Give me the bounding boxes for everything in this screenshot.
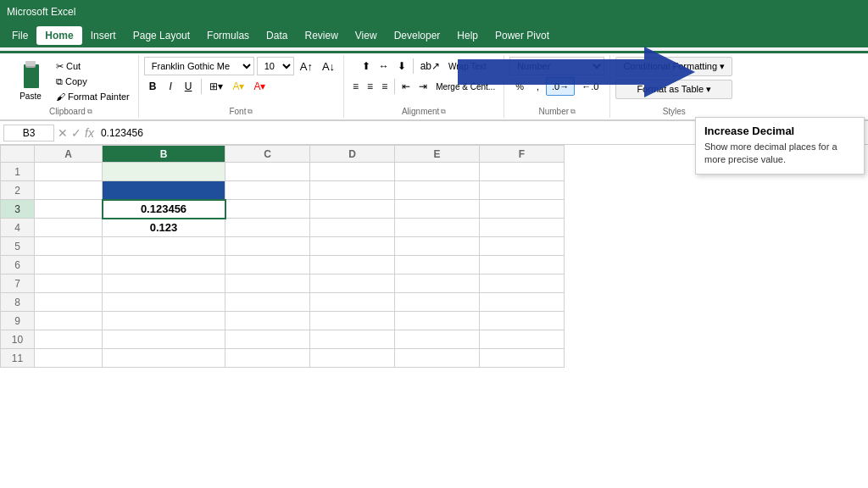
- cell-e7[interactable]: [395, 274, 480, 293]
- orientation-button[interactable]: ab↗: [417, 57, 443, 75]
- cell-d2[interactable]: [310, 181, 395, 200]
- col-header-b[interactable]: B: [103, 146, 225, 163]
- cell-e4[interactable]: [395, 219, 480, 237]
- font-color-button[interactable]: A▾: [250, 77, 269, 96]
- cell-e1[interactable]: [395, 163, 480, 181]
- increase-font-size-button[interactable]: A↑: [297, 57, 316, 75]
- cell-b2[interactable]: [103, 181, 225, 200]
- cell-b8[interactable]: [103, 293, 225, 312]
- menu-insert[interactable]: Insert: [82, 26, 125, 45]
- cell-b3[interactable]: 0.123456: [103, 200, 225, 219]
- font-expand-icon[interactable]: ⧉: [248, 108, 253, 116]
- cell-f1[interactable]: [480, 163, 565, 181]
- cell-e6[interactable]: [395, 256, 480, 274]
- align-center-button[interactable]: ≡: [364, 77, 376, 96]
- cell-b7[interactable]: [103, 274, 225, 293]
- cell-a1[interactable]: [35, 163, 103, 181]
- menu-power-pivot[interactable]: Power Pivot: [487, 26, 558, 45]
- cell-b10[interactable]: [103, 330, 225, 349]
- cell-d1[interactable]: [310, 163, 395, 181]
- cell-a5[interactable]: [35, 237, 103, 256]
- cell-c3[interactable]: [225, 200, 310, 219]
- formula-fx-icon[interactable]: fx: [85, 126, 94, 140]
- cell-a11[interactable]: [35, 349, 103, 368]
- col-header-f[interactable]: F: [480, 146, 565, 163]
- copy-button[interactable]: ⧉ Copy: [53, 75, 133, 89]
- cell-c7[interactable]: [225, 274, 310, 293]
- align-middle-button[interactable]: ↔: [376, 57, 392, 75]
- format-as-table-button[interactable]: Format as Table ▾: [615, 80, 732, 99]
- fill-color-button[interactable]: A▾: [229, 77, 248, 96]
- decrease-indent-button[interactable]: ⇤: [398, 77, 414, 96]
- cell-c9[interactable]: [225, 312, 310, 330]
- decrease-decimal-button[interactable]: ←.0: [576, 77, 604, 96]
- cell-c10[interactable]: [225, 330, 310, 349]
- number-expand-icon[interactable]: ⧉: [570, 108, 576, 116]
- menu-home[interactable]: Home: [36, 26, 81, 45]
- cell-a2[interactable]: [35, 181, 103, 200]
- cell-f4[interactable]: [480, 219, 565, 237]
- cell-e9[interactable]: [395, 312, 480, 330]
- cell-c4[interactable]: [225, 219, 310, 237]
- menu-developer[interactable]: Developer: [386, 26, 449, 45]
- cell-f9[interactable]: [480, 312, 565, 330]
- cell-d5[interactable]: [310, 237, 395, 256]
- align-bottom-button[interactable]: ⬇: [394, 57, 409, 75]
- underline-button[interactable]: U: [180, 77, 198, 96]
- cut-button[interactable]: ✂ Cut: [53, 59, 133, 74]
- cell-f8[interactable]: [480, 293, 565, 312]
- menu-view[interactable]: View: [347, 26, 386, 45]
- cell-b4[interactable]: 0.123: [103, 219, 225, 237]
- percent-button[interactable]: %: [509, 77, 530, 96]
- formula-check-icon[interactable]: ✓: [71, 126, 81, 140]
- menu-review[interactable]: Review: [296, 26, 346, 45]
- comma-button[interactable]: ,: [531, 77, 545, 96]
- cell-f6[interactable]: [480, 256, 565, 274]
- cell-e3[interactable]: [395, 200, 480, 219]
- cell-e5[interactable]: [395, 237, 480, 256]
- cell-a9[interactable]: [35, 312, 103, 330]
- cell-c8[interactable]: [225, 293, 310, 312]
- cell-reference-box[interactable]: B3: [3, 125, 54, 141]
- cell-a10[interactable]: [35, 330, 103, 349]
- formula-x-icon[interactable]: ✕: [58, 126, 68, 140]
- clipboard-expand-icon[interactable]: ⧉: [87, 108, 92, 116]
- italic-button[interactable]: I: [164, 77, 176, 96]
- cell-d4[interactable]: [310, 219, 395, 237]
- cell-c1[interactable]: [225, 163, 310, 181]
- cell-c11[interactable]: [225, 349, 310, 368]
- alignment-expand-icon[interactable]: ⧉: [441, 108, 446, 116]
- cell-c5[interactable]: [225, 237, 310, 256]
- cell-f7[interactable]: [480, 274, 565, 293]
- cell-d8[interactable]: [310, 293, 395, 312]
- menu-formulas[interactable]: Formulas: [198, 26, 258, 45]
- cell-f10[interactable]: [480, 330, 565, 349]
- cell-a6[interactable]: [35, 256, 103, 274]
- cell-e2[interactable]: [395, 181, 480, 200]
- cell-a8[interactable]: [35, 293, 103, 312]
- cell-d10[interactable]: [310, 330, 395, 349]
- col-header-e[interactable]: E: [395, 146, 480, 163]
- cell-c6[interactable]: [225, 256, 310, 274]
- increase-indent-button[interactable]: ⇥: [415, 77, 431, 96]
- align-top-button[interactable]: ⬆: [359, 57, 374, 75]
- menu-data[interactable]: Data: [258, 26, 296, 45]
- col-header-a[interactable]: A: [35, 146, 103, 163]
- col-header-d[interactable]: D: [310, 146, 395, 163]
- wrap-text-button[interactable]: Wrap Text: [445, 57, 490, 75]
- cell-d9[interactable]: [310, 312, 395, 330]
- cell-f3[interactable]: [480, 200, 565, 219]
- cell-b9[interactable]: [103, 312, 225, 330]
- font-size-select[interactable]: 10: [257, 57, 294, 75]
- cell-b11[interactable]: [103, 349, 225, 368]
- cell-e11[interactable]: [395, 349, 480, 368]
- menu-file[interactable]: File: [3, 26, 36, 45]
- cell-a3[interactable]: [35, 200, 103, 219]
- cell-f11[interactable]: [480, 349, 565, 368]
- cell-d3[interactable]: [310, 200, 395, 219]
- cell-b1[interactable]: [103, 163, 225, 181]
- cell-e8[interactable]: [395, 293, 480, 312]
- paste-button[interactable]: Paste: [8, 58, 53, 104]
- cell-b6[interactable]: [103, 256, 225, 274]
- cell-e10[interactable]: [395, 330, 480, 349]
